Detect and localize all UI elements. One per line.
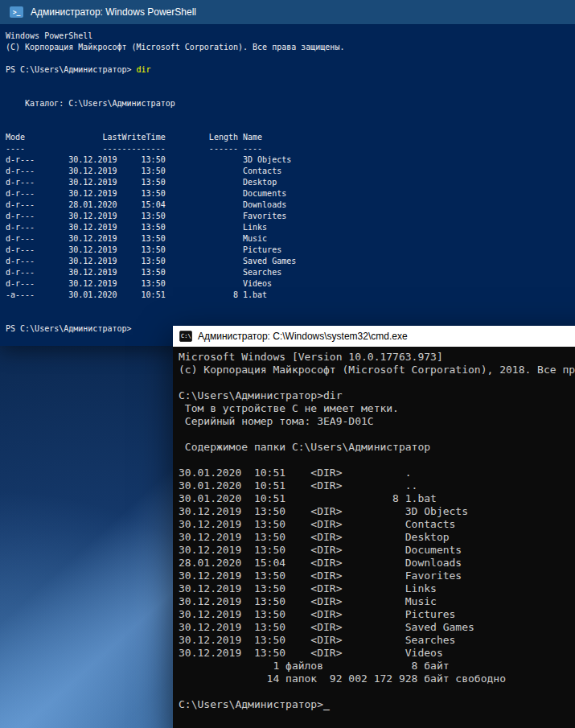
- console-line: d-r--- 30.12.2019 13:50 Videos: [6, 278, 575, 290]
- console-line: 14 папок 92 002 172 928 байт свободно: [179, 672, 575, 685]
- console-text: 30.01.2020 10:51 <DIR> .: [179, 467, 412, 479]
- console-line: d-r--- 30.12.2019 13:50 Pictures: [6, 245, 575, 256]
- console-line: Mode LastWriteTime Length Name: [6, 132, 575, 143]
- console-line: C:\Users\Администратор>dir: [179, 389, 575, 402]
- console-line: C:\Users\Администратор>_: [179, 698, 575, 711]
- console-text: Microsoft Windows [Version 10.0.17763.97…: [179, 351, 443, 363]
- console-text: 30.12.2019 13:50 <DIR> Favorites: [179, 570, 462, 582]
- console-text: d-r--- 30.12.2019 13:50 Documents: [6, 189, 286, 198]
- console-line: (с) Корпорация Майкрософт (Microsoft Cor…: [179, 364, 575, 376]
- console-text: d-r--- 30.12.2019 13:50 Videos: [6, 279, 272, 288]
- console-line: d-r--- 30.12.2019 13:50 Saved Games: [6, 256, 575, 267]
- console-line: d-r--- 30.12.2019 13:50 Favorites: [6, 211, 575, 222]
- console-text: 14 папок 92 002 172 928 байт свободно: [179, 672, 506, 685]
- powershell-titlebar[interactable]: >_ Администратор: Windows PowerShell: [0, 0, 575, 24]
- console-text: 30.12.2019 13:50 <DIR> Documents: [179, 544, 462, 556]
- console-text: d-r--- 30.12.2019 13:50 Favorites: [6, 212, 286, 220]
- console-text: (с) Корпорация Майкрософт (Microsoft Cor…: [179, 364, 575, 376]
- console-line: 30.01.2020 10:51 <DIR> .: [179, 467, 575, 479]
- console-text: Серийный номер тома: 3EA9-D01C: [179, 415, 374, 427]
- console-text: d-r--- 30.12.2019 13:50 Searches: [6, 268, 281, 277]
- console-text: d-r--- 30.12.2019 13:50 3D Objects: [6, 155, 291, 164]
- console-text: 30.12.2019 13:50 <DIR> Pictures: [179, 608, 455, 620]
- console-line: d-r--- 30.12.2019 13:50 Searches: [6, 267, 575, 278]
- console-line: d-r--- 30.12.2019 13:50 Contacts: [6, 166, 575, 177]
- console-line: (C) Корпорация Майкрософт (Microsoft Cor…: [6, 42, 575, 53]
- powershell-console-output[interactable]: Windows PowerShell(C) Корпорация Майкрос…: [0, 24, 575, 346]
- console-line: [6, 76, 575, 87]
- console-text: d-r--- 30.12.2019 13:50 Contacts: [6, 167, 281, 175]
- console-line: [179, 376, 575, 389]
- console-text: 30.12.2019 13:50 <DIR> Contacts: [179, 518, 455, 530]
- console-line: 30.12.2019 13:50 <DIR> Videos: [179, 647, 575, 660]
- console-line: [179, 428, 575, 441]
- console-text: 30.01.2020 10:51 8 1.bat: [179, 492, 437, 504]
- cmd-titlebar[interactable]: C:\ Администратор: C:\Windows\system32\c…: [173, 326, 575, 347]
- console-line: [179, 454, 575, 467]
- console-text: 30.12.2019 13:50 <DIR> Saved Games: [179, 621, 474, 633]
- console-text: 1 файлов 8 байт: [179, 660, 450, 672]
- cmd-window: C:\ Администратор: C:\Windows\system32\c…: [173, 326, 575, 728]
- console-text: ---- ------------- ------ ----: [6, 144, 262, 153]
- console-text: d-r--- 30.12.2019 13:50 Music: [6, 234, 267, 243]
- cmd-console-output[interactable]: Microsoft Windows [Version 10.0.17763.97…: [173, 347, 575, 728]
- console-line: d-r--- 28.01.2020 15:04 Downloads: [6, 199, 575, 211]
- console-line: [6, 121, 575, 132]
- console-text: d-r--- 28.01.2020 15:04 Downloads: [6, 200, 286, 209]
- console-line: 30.12.2019 13:50 <DIR> Music: [179, 595, 575, 608]
- powershell-icon: >_: [10, 6, 23, 18]
- console-line: 1 файлов 8 байт: [179, 660, 575, 672]
- console-line: ---- ------------- ------ ----: [6, 143, 575, 154]
- console-line: 30.12.2019 13:50 <DIR> Documents: [179, 544, 575, 557]
- console-line: [6, 87, 575, 98]
- console-text: 28.01.2020 15:04 <DIR> Downloads: [179, 557, 462, 569]
- console-text: -a---- 30.01.2020 10:51 8 1.bat: [6, 290, 267, 299]
- command-text: dir: [137, 65, 151, 74]
- console-line: 30.01.2020 10:51 <DIR> ..: [179, 479, 575, 492]
- console-text: Windows PowerShell: [6, 31, 92, 40]
- console-line: [6, 312, 575, 323]
- console-line: d-r--- 30.12.2019 13:50 Music: [6, 233, 575, 245]
- console-text: PS C:\Users\Администратор>: [6, 65, 137, 74]
- console-line: 30.12.2019 13:50 <DIR> Saved Games: [179, 621, 575, 634]
- console-line: 30.12.2019 13:50 <DIR> Contacts: [179, 518, 575, 531]
- console-line: [179, 685, 575, 698]
- console-text: 30.12.2019 13:50 <DIR> Music: [179, 595, 437, 607]
- console-line: Microsoft Windows [Version 10.0.17763.97…: [179, 351, 575, 364]
- console-line: Каталог: C:\Users\Администратор: [6, 98, 575, 109]
- console-text: d-r--- 30.12.2019 13:50 Desktop: [6, 178, 277, 187]
- console-text: Содержимое папки C:\Users\Администратор: [179, 441, 430, 453]
- console-line: PS C:\Users\Администратор> dir: [6, 64, 575, 76]
- console-line: d-r--- 30.12.2019 13:50 Links: [6, 222, 575, 233]
- console-line: Содержимое папки C:\Users\Администратор: [179, 441, 575, 454]
- console-line: 30.12.2019 13:50 <DIR> Pictures: [179, 608, 575, 621]
- console-line: Серийный номер тома: 3EA9-D01C: [179, 415, 575, 428]
- console-line: 30.12.2019 13:50 <DIR> Desktop: [179, 531, 575, 544]
- cmd-icon: C:\: [179, 331, 192, 342]
- console-line: [6, 301, 575, 312]
- console-line: d-r--- 30.12.2019 13:50 Desktop: [6, 177, 575, 188]
- console-text: 30.12.2019 13:50 <DIR> Links: [179, 582, 437, 594]
- console-line: d-r--- 30.12.2019 13:50 Documents: [6, 188, 575, 199]
- console-text: d-r--- 30.12.2019 13:50 Links: [6, 223, 267, 232]
- console-line: 30.12.2019 13:50 <DIR> Links: [179, 582, 575, 595]
- console-text: 30.12.2019 13:50 <DIR> 3D Objects: [179, 505, 468, 517]
- console-text: (C) Корпорация Майкрософт (Microsoft Cor…: [6, 43, 344, 51]
- console-line: Том в устройстве C не имеет метки.: [179, 402, 575, 415]
- console-text: 30.12.2019 13:50 <DIR> Searches: [179, 634, 455, 646]
- cmd-window-title: Администратор: C:\Windows\system32\cmd.e…: [198, 331, 408, 342]
- console-text: PS C:\Users\Администратор>: [6, 324, 137, 333]
- console-line: 30.12.2019 13:50 <DIR> Favorites: [179, 570, 575, 582]
- powershell-window-title: Администратор: Windows PowerShell: [31, 6, 196, 18]
- console-line: -a---- 30.01.2020 10:51 8 1.bat: [6, 290, 575, 301]
- text-cursor: _: [323, 698, 330, 710]
- console-line: [6, 109, 575, 121]
- console-text: C:\Users\Администратор>dir: [179, 389, 343, 401]
- console-text: 30.12.2019 13:50 <DIR> Desktop: [179, 531, 450, 543]
- console-text: Mode LastWriteTime Length Name: [6, 133, 262, 142]
- console-line: 28.01.2020 15:04 <DIR> Downloads: [179, 557, 575, 570]
- screen: >_ Администратор: Windows PowerShell Win…: [0, 0, 575, 728]
- console-line: 30.12.2019 13:50 <DIR> Searches: [179, 634, 575, 647]
- console-line: 30.01.2020 10:51 8 1.bat: [179, 492, 575, 505]
- console-text: Каталог: C:\Users\Администратор: [6, 99, 175, 108]
